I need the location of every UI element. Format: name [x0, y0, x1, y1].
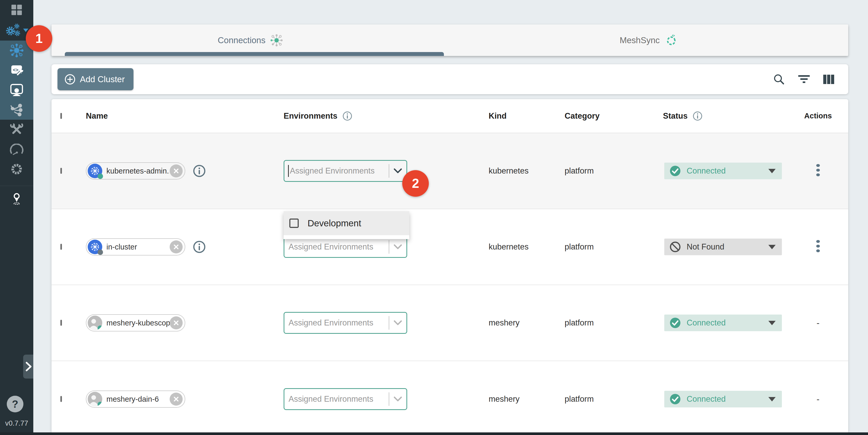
- meshsync-spinner-icon: [664, 33, 679, 48]
- kubernetes-icon: [88, 240, 102, 254]
- not-found-icon: [670, 241, 681, 253]
- tab-meshsync[interactable]: MeshSync: [450, 25, 848, 56]
- check-circle-icon: [670, 393, 681, 405]
- annotation-badge-1-label: 1: [35, 31, 43, 46]
- chevron-down-icon: [394, 320, 402, 326]
- status-label: Not Found: [687, 242, 724, 252]
- connection-chip[interactable]: in-cluster: [86, 238, 185, 255]
- connection-name: in-cluster: [106, 243, 137, 251]
- info-icon: [192, 240, 206, 254]
- environments-input[interactable]: [289, 166, 389, 176]
- kebab-menu-icon: [816, 163, 820, 179]
- annotation-badge-2-label: 2: [412, 176, 419, 191]
- caret-down-icon: [768, 397, 776, 401]
- tab-bar: Connections: [52, 25, 848, 56]
- sidebar-collapse-button[interactable]: [23, 354, 33, 378]
- environments-select-open-button[interactable]: [389, 244, 406, 250]
- environments-select[interactable]: [284, 160, 407, 182]
- connections-tab-icon: [270, 33, 284, 48]
- column-header-name[interactable]: Name: [86, 111, 108, 121]
- code-adapter-icon: <>: [9, 63, 24, 77]
- status-select[interactable]: Connected: [664, 315, 782, 331]
- column-header-kind[interactable]: Kind: [489, 111, 506, 121]
- status-select[interactable]: Not Found: [664, 239, 782, 255]
- view-columns-button[interactable]: [823, 74, 835, 85]
- connections-table: Name Environments Kind Category Status A…: [52, 99, 848, 435]
- row-checkbox[interactable]: [60, 244, 62, 250]
- table-row: kubernetes-admin...: [52, 133, 848, 209]
- environments-select[interactable]: [284, 236, 407, 258]
- view-columns-icon: [823, 74, 835, 85]
- environment-option-development[interactable]: Development: [284, 211, 409, 235]
- environments-info-icon[interactable]: [342, 111, 352, 121]
- table-toolbar: Add Cluster: [52, 64, 848, 94]
- delete-connection-button[interactable]: [169, 240, 183, 253]
- extensions-circle-icon: [10, 162, 24, 176]
- sidebar-item-organization[interactable]: [0, 186, 33, 211]
- help-button[interactable]: ?: [7, 396, 23, 412]
- column-header-status[interactable]: Status: [663, 111, 688, 121]
- connection-status-dot: [98, 325, 102, 330]
- search-icon: [773, 73, 785, 86]
- environments-select[interactable]: [284, 388, 407, 410]
- connection-chip[interactable]: kubernetes-admin...: [86, 162, 185, 180]
- tab-connections-label: Connections: [218, 35, 266, 45]
- sidebar-item-workspaces[interactable]: [0, 80, 33, 100]
- table-row: meshery-dain-6: [52, 361, 848, 435]
- plus-circle-icon: [64, 74, 76, 85]
- status-label: Connected: [687, 395, 726, 404]
- connections-mesh-icon: [9, 43, 24, 58]
- category-value: platform: [565, 395, 594, 404]
- sidebar-item-configuration[interactable]: [0, 120, 33, 139]
- connection-info-button[interactable]: [192, 164, 206, 178]
- status-select[interactable]: Connected: [664, 163, 782, 179]
- connection-chip[interactable]: meshery-kubescop...: [86, 314, 185, 332]
- add-cluster-button[interactable]: Add Cluster: [58, 68, 133, 90]
- row-checkbox[interactable]: [60, 320, 62, 326]
- row-actions-menu-button[interactable]: [816, 163, 820, 179]
- status-info-icon[interactable]: [692, 111, 703, 121]
- delete-connection-button[interactable]: [169, 316, 183, 330]
- sidebar-item-adapters[interactable]: <>: [0, 60, 33, 80]
- delete-connection-button[interactable]: [169, 164, 183, 178]
- select-all-checkbox[interactable]: [60, 113, 62, 119]
- kebab-menu-icon: [816, 239, 820, 254]
- environment-option-checkbox[interactable]: [289, 219, 299, 228]
- row-checkbox[interactable]: [60, 168, 62, 174]
- connection-info-button[interactable]: [192, 240, 206, 254]
- chevron-right-icon: [24, 361, 33, 373]
- kind-value: kubernetes: [489, 242, 528, 251]
- column-header-environments[interactable]: Environments: [284, 111, 338, 121]
- status-select[interactable]: Connected: [664, 391, 782, 407]
- sidebar-item-extensions[interactable]: [0, 159, 33, 179]
- sidebar-item-dashboard[interactable]: [0, 0, 33, 20]
- environments-select-open-button[interactable]: [389, 168, 406, 174]
- close-icon: [173, 320, 179, 326]
- environments-select[interactable]: [284, 312, 407, 334]
- caret-down-icon: [768, 169, 776, 173]
- row-checkbox[interactable]: [60, 396, 62, 402]
- dropdown-footer: [284, 235, 409, 239]
- sidebar-item-performance[interactable]: [0, 139, 33, 159]
- connection-chip[interactable]: meshery-dain-6: [86, 391, 185, 408]
- close-icon: [173, 396, 179, 402]
- category-value: platform: [565, 318, 594, 327]
- gauge-icon: [9, 144, 24, 155]
- delete-connection-button[interactable]: [169, 393, 183, 406]
- chevron-down-icon: [394, 396, 402, 402]
- add-cluster-label: Add Cluster: [80, 74, 125, 84]
- environments-input[interactable]: [284, 318, 389, 328]
- connection-status-dot: [98, 402, 102, 406]
- sidebar-item-designs[interactable]: [0, 100, 33, 120]
- environments-input[interactable]: [284, 395, 389, 404]
- search-button[interactable]: [773, 73, 785, 86]
- location-pin-icon: [10, 191, 24, 206]
- row-actions-menu-button[interactable]: [816, 239, 820, 254]
- column-header-category[interactable]: Category: [565, 111, 599, 121]
- tab-connections[interactable]: Connections: [52, 25, 450, 56]
- environments-select-open-button[interactable]: [389, 320, 406, 326]
- environments-input[interactable]: [284, 242, 389, 252]
- filter-button[interactable]: [798, 74, 810, 85]
- kind-value: meshery: [489, 395, 520, 404]
- environments-select-open-button[interactable]: [389, 396, 406, 402]
